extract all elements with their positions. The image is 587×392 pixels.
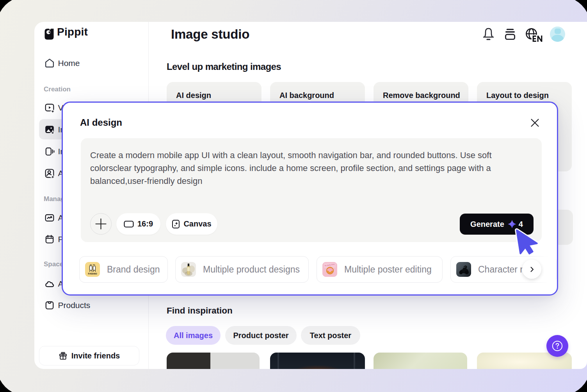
svg-text:FASHIO: FASHIO xyxy=(88,272,97,275)
